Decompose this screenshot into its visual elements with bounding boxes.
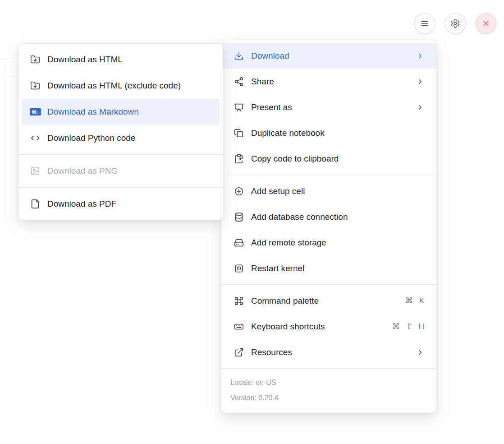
file-icon [30, 199, 41, 209]
power-icon [234, 264, 244, 273]
menu-item-share[interactable]: Share [221, 69, 436, 94]
close-button[interactable] [476, 13, 496, 34]
keyboard-icon [234, 322, 244, 332]
menu-item-keyboard-shortcuts[interactable]: Keyboard shortcuts ⌘ ⇧ H [221, 314, 436, 339]
page-divider [0, 59, 18, 59]
menu-item-download-python-code[interactable]: Download Python code [22, 125, 220, 151]
settings-button[interactable] [445, 13, 466, 34]
menu-item-download-as-html-exclude-code[interactable]: Download as HTML (exclude code) [22, 73, 220, 99]
markdown-badge: M↓ [30, 108, 41, 116]
menu-item-download-as-markdown[interactable]: M↓ Download as Markdown [22, 99, 220, 125]
keyboard-shortcut: ⌘ K [405, 296, 424, 305]
menu-item-label: Duplicate notebook [251, 128, 424, 138]
menu-item-label: Download as HTML (exclude code) [47, 81, 211, 91]
menu-divider [18, 187, 223, 188]
notebook-actions-menu: Download Share Present as Duplicate note… [221, 40, 436, 413]
chevron-right-icon [416, 78, 424, 86]
menu-item-label: Share [251, 77, 409, 87]
menu-item-label: Download as PDF [47, 199, 211, 209]
menu-item-add-database-connection[interactable]: Add database connection [221, 204, 436, 230]
gear-icon [450, 18, 460, 28]
menu-item-add-remote-storage[interactable]: Add remote storage [221, 230, 436, 255]
menu-item-label: Command palette [251, 296, 399, 306]
menu-divider [221, 284, 436, 285]
menu-item-download-as-pdf[interactable]: Download as PDF [22, 191, 220, 217]
download-icon [234, 51, 244, 61]
menu-item-label: Add database connection [251, 212, 424, 222]
menu-item-label: Download [251, 51, 409, 61]
keyboard-shortcut: ⌘ ⇧ H [392, 322, 424, 331]
menu-footer: Locale: en-US Version: 0.20.4 [221, 368, 436, 410]
menu-item-duplicate-notebook[interactable]: Duplicate notebook [221, 120, 436, 146]
menu-item-label: Present as [251, 102, 409, 112]
external-link-icon [234, 347, 244, 357]
locale-text: Locale: en-US [230, 375, 424, 390]
menu-item-download[interactable]: Download [221, 43, 436, 69]
menu-divider [221, 175, 436, 175]
share-icon [234, 77, 244, 87]
code-icon [30, 133, 41, 143]
menu-item-label: Download as PNG [47, 166, 211, 176]
presentation-icon [234, 102, 244, 112]
chevron-right-icon [416, 52, 424, 60]
clipboard-copy-icon [234, 154, 244, 164]
menu-item-copy-code[interactable]: Copy code to clipboard [221, 146, 436, 171]
chevron-right-icon [416, 348, 424, 356]
hamburger-icon [420, 18, 430, 28]
image-icon [30, 166, 41, 176]
menu-item-label: Copy code to clipboard [251, 154, 424, 164]
plus-circle-icon [234, 186, 244, 196]
menu-item-present-as[interactable]: Present as [221, 94, 436, 120]
chevron-right-icon [416, 103, 424, 111]
notebook-menu-button[interactable] [414, 13, 435, 34]
hard-drive-icon [234, 238, 244, 248]
menu-item-label: Resources [251, 347, 409, 357]
menu-item-add-setup-cell[interactable]: Add setup cell [221, 178, 436, 204]
markdown-icon: M↓ [30, 108, 41, 116]
download-submenu: Download as HTML Download as HTML (exclu… [18, 43, 223, 220]
toolbar [414, 13, 496, 34]
menu-item-label: Download as Markdown [47, 107, 211, 117]
menu-item-label: Download as HTML [47, 55, 211, 65]
folder-download-icon [30, 55, 41, 65]
menu-item-label: Add remote storage [251, 238, 424, 248]
menu-item-label: Download Python code [47, 133, 211, 143]
menu-item-download-as-html[interactable]: Download as HTML [22, 46, 220, 73]
command-icon [234, 296, 244, 306]
menu-item-download-as-png[interactable]: Download as PNG [22, 158, 220, 184]
duplicate-icon [234, 128, 244, 138]
menu-item-resources[interactable]: Resources [221, 339, 436, 365]
menu-divider [18, 154, 223, 155]
menu-item-command-palette[interactable]: Command palette ⌘ K [221, 288, 436, 314]
version-text: Version: 0.20.4 [230, 390, 424, 406]
menu-item-label: Add setup cell [251, 186, 424, 196]
menu-item-restart-kernel[interactable]: Restart kernel [221, 255, 436, 281]
database-icon [234, 212, 244, 222]
menu-item-label: Keyboard shortcuts [251, 322, 385, 332]
close-icon [481, 19, 490, 28]
page-divider [0, 76, 18, 76]
folder-download-icon [30, 81, 41, 91]
menu-item-label: Restart kernel [251, 264, 424, 273]
